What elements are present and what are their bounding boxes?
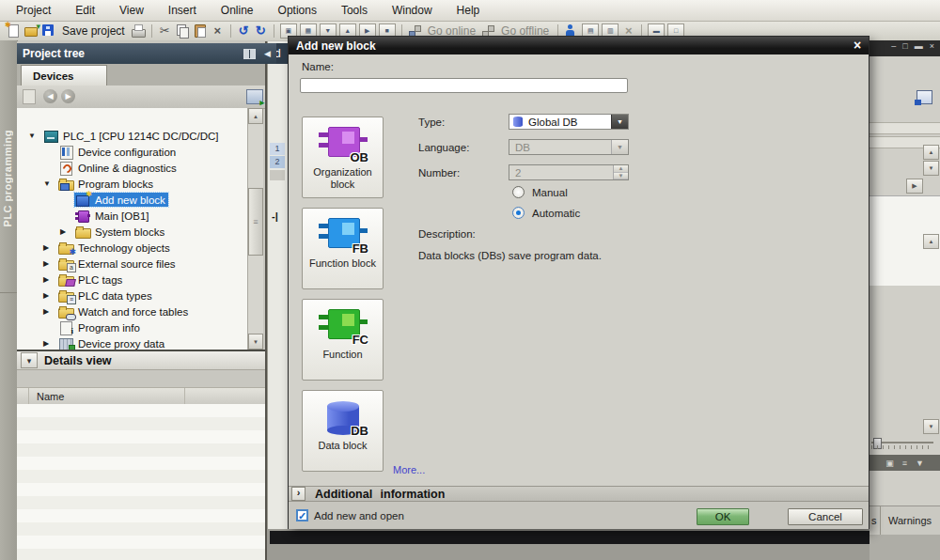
tree-item-device-proxy-data[interactable]: ▶Device proxy data <box>17 335 248 350</box>
expander-closed-icon[interactable]: ▶ <box>60 227 74 236</box>
dropdown-icon[interactable]: ▼ <box>916 459 924 468</box>
tree-item-program-blocks[interactable]: ▼Program blocks <box>17 176 248 192</box>
toolbar-separator <box>274 24 274 38</box>
tree-item-label: System blocks <box>95 226 164 238</box>
ok-button[interactable]: OK <box>697 508 749 525</box>
language-value: DB <box>509 142 611 153</box>
tree-item-external-source-files[interactable]: ▶aExternal source files <box>17 256 248 272</box>
tree-item-core: Device configuration <box>57 145 179 159</box>
add-new-and-open-checkbox[interactable]: ✓ <box>296 509 308 521</box>
name-input[interactable] <box>300 78 628 93</box>
zoom-slider[interactable] <box>871 438 933 450</box>
project-tree-header: Project tree ◀ <box>17 43 276 64</box>
back-icon[interactable]: ◀ <box>43 89 57 103</box>
scroll-up-icon[interactable]: ▲ <box>923 234 939 249</box>
float-panel-icon[interactable]: ▣ <box>885 459 894 468</box>
save-project-icon[interactable] <box>41 23 56 38</box>
expander-icon[interactable]: › <box>291 487 306 501</box>
expander-closed-icon[interactable]: ▶ <box>43 291 57 300</box>
block-type-fc-button[interactable]: FCFunction <box>302 299 384 381</box>
menu-project[interactable]: Project <box>4 4 63 17</box>
dialog-title-bar[interactable]: Add new block × <box>289 37 869 54</box>
expander-open-icon[interactable]: ▼ <box>43 179 57 188</box>
menu-insert[interactable]: Insert <box>156 4 209 17</box>
list-icon[interactable]: ≡ <box>902 459 907 468</box>
tab-devices[interactable]: Devices <box>21 65 107 86</box>
tree-item-program-info[interactable]: Program info <box>17 319 248 335</box>
scroll-down-icon[interactable]: ▼ <box>248 334 263 350</box>
tree-item-add-new-block[interactable]: Add new block <box>17 192 248 208</box>
open-element-icon[interactable] <box>246 89 263 104</box>
editor-cursor: -| <box>272 210 278 222</box>
slider-thumb[interactable] <box>873 438 882 449</box>
expand-right-icon[interactable]: ▶ <box>906 179 923 194</box>
tree-item-device-configuration[interactable]: Device configuration <box>17 144 248 160</box>
block-type-db-button[interactable]: DBData block <box>302 390 384 472</box>
details-view-header[interactable]: ▾ Details view <box>17 350 265 370</box>
menu-view[interactable]: View <box>107 4 156 17</box>
menu-window[interactable]: Window <box>380 4 445 17</box>
minimize-window-icon[interactable]: – <box>891 41 896 51</box>
scroll-down-icon[interactable]: ▼ <box>923 161 939 176</box>
dropdown-arrow-icon[interactable]: ▼ <box>611 115 628 129</box>
delete-icon[interactable]: × <box>211 23 225 38</box>
tree-item-system-blocks[interactable]: ▶System blocks <box>17 224 248 240</box>
open-project-icon[interactable] <box>24 23 39 38</box>
type-label: Type: <box>418 117 445 128</box>
automatic-radio[interactable]: Automatic <box>512 207 580 219</box>
dropdown-arrow-icon: ▼ <box>611 140 628 154</box>
block-type-ob-button[interactable]: OBOrganization block <box>302 117 384 198</box>
close-window-icon[interactable]: × <box>930 41 934 51</box>
scrollbar-thumb[interactable]: ≡ <box>248 188 263 256</box>
expander-closed-icon[interactable]: ▶ <box>43 259 57 268</box>
expander-closed-icon[interactable]: ▶ <box>43 243 57 252</box>
more-link[interactable]: More... <box>393 464 425 475</box>
new-project-icon[interactable] <box>6 23 21 38</box>
copy-icon[interactable] <box>175 23 190 38</box>
tree-item-technology-objects[interactable]: ▶✱Technology objects <box>17 240 248 256</box>
maximize-window-icon[interactable]: ▬ <box>915 41 923 51</box>
save-project-label[interactable]: Save project <box>62 24 125 38</box>
cut-icon[interactable]: ✂ <box>158 23 172 38</box>
paste-icon[interactable] <box>193 23 208 38</box>
column-view-icon[interactable] <box>243 49 256 59</box>
manual-radio[interactable]: Manual <box>512 186 568 198</box>
cancel-button[interactable]: Cancel <box>788 508 863 525</box>
manual-label: Manual <box>532 187 568 198</box>
additional-information-bar[interactable]: › Additional information <box>289 486 869 502</box>
type-dropdown[interactable]: Global DB ▼ <box>509 114 629 130</box>
print-icon[interactable] <box>131 23 146 38</box>
menu-tools[interactable]: Tools <box>329 4 380 17</box>
scroll-up-icon[interactable]: ▲ <box>248 108 263 124</box>
close-icon[interactable]: × <box>850 38 865 53</box>
tree-scrollbar[interactable]: ▲ ≡ ▼ <box>247 108 263 350</box>
tree-item-plc-data-types[interactable]: ▶≡PLC data types <box>17 288 248 303</box>
toolbar-separator <box>151 24 152 38</box>
menu-edit[interactable]: Edit <box>63 4 107 17</box>
tree-item-main-ob1[interactable]: Main [OB1] <box>17 208 248 224</box>
forward-icon[interactable]: ▶ <box>61 89 75 103</box>
library-icon[interactable] <box>916 90 932 104</box>
restore-window-icon[interactable]: □ <box>902 41 907 51</box>
expander-open-icon[interactable]: ▼ <box>28 132 42 140</box>
redo-icon[interactable]: ↻ <box>254 23 268 38</box>
expander-closed-icon[interactable]: ▶ <box>43 339 57 348</box>
scroll-down-icon[interactable]: ▼ <box>923 419 939 434</box>
tree-item-plc-1-cpu-1214c-dc-dc-dc[interactable]: ▼PLC_1 [CPU 1214C DC/DC/DC] <box>17 128 248 144</box>
background-bottom-band <box>267 529 874 560</box>
menu-help[interactable]: Help <box>445 4 493 17</box>
collapse-panel-icon[interactable]: ◀ <box>264 49 271 58</box>
scroll-up-icon[interactable]: ▲ <box>923 145 939 160</box>
expander-closed-icon[interactable]: ▶ <box>43 307 57 316</box>
dialog-body: Name: OBOrganization blockFBFunction blo… <box>289 54 869 528</box>
tree-item-watch-and-force-tables[interactable]: ▶Watch and force tables <box>17 303 248 319</box>
menu-options[interactable]: Options <box>266 4 329 17</box>
undo-icon[interactable]: ↺ <box>237 23 251 38</box>
tree-item-plc-tags[interactable]: ▶PLC tags <box>17 272 248 288</box>
expander-closed-icon[interactable]: ▶ <box>43 275 57 284</box>
new-item-icon[interactable] <box>23 89 36 104</box>
block-type-fb-button[interactable]: FBFunction block <box>302 208 384 289</box>
function-icon: FC <box>316 307 370 345</box>
tree-item-online-diagnostics[interactable]: Online & diagnostics <box>17 160 248 176</box>
menu-online[interactable]: Online <box>209 4 266 17</box>
